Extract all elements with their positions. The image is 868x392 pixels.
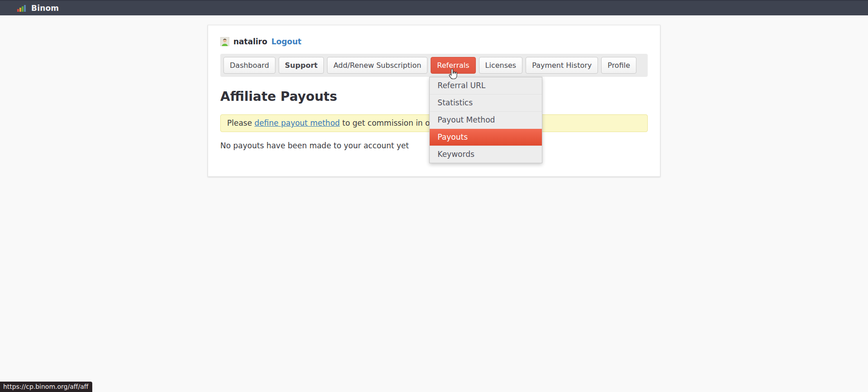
username: nataliro	[233, 37, 267, 46]
referrals-dropdown: Referral URL Statistics Payout Method Pa…	[429, 77, 542, 163]
nav-add-renew-subscription[interactable]: Add/Renew Subscription	[327, 57, 427, 74]
brand-name: Binom	[31, 4, 59, 13]
nav-dashboard[interactable]: Dashboard	[223, 57, 275, 74]
define-payout-method-link[interactable]: define payout method	[255, 118, 340, 128]
account-card: nataliro Logout Dashboard Support Add/Re…	[208, 25, 660, 177]
logout-link[interactable]: Logout	[271, 37, 302, 46]
menu-item-keywords[interactable]: Keywords	[430, 146, 542, 163]
main-nav: Dashboard Support Add/Renew Subscription…	[220, 54, 648, 77]
alert-text-prefix: Please	[227, 118, 255, 128]
menu-item-statistics[interactable]: Statistics	[430, 94, 542, 111]
referrals-menu-wrap: Referrals Referral URL Statistics Payout…	[431, 57, 475, 74]
bar-chart-logo-icon	[17, 5, 26, 12]
nav-referrals[interactable]: Referrals	[431, 57, 475, 74]
nav-payment-history[interactable]: Payment History	[526, 57, 598, 74]
nav-profile[interactable]: Profile	[601, 57, 636, 74]
brand-home-link[interactable]: Binom	[17, 4, 59, 13]
menu-item-referral-url[interactable]: Referral URL	[430, 77, 542, 94]
nav-support[interactable]: Support	[279, 57, 324, 74]
menu-item-payouts[interactable]: Payouts	[430, 128, 542, 146]
nav-licenses[interactable]: Licenses	[479, 57, 523, 74]
topbar: Binom	[0, 0, 868, 15]
menu-item-payout-method[interactable]: Payout Method	[430, 111, 542, 128]
user-row: nataliro Logout	[220, 37, 648, 46]
link-preview-statusbar: https://cp.binom.org/aff/aff	[0, 382, 92, 392]
user-avatar-icon	[220, 37, 229, 46]
